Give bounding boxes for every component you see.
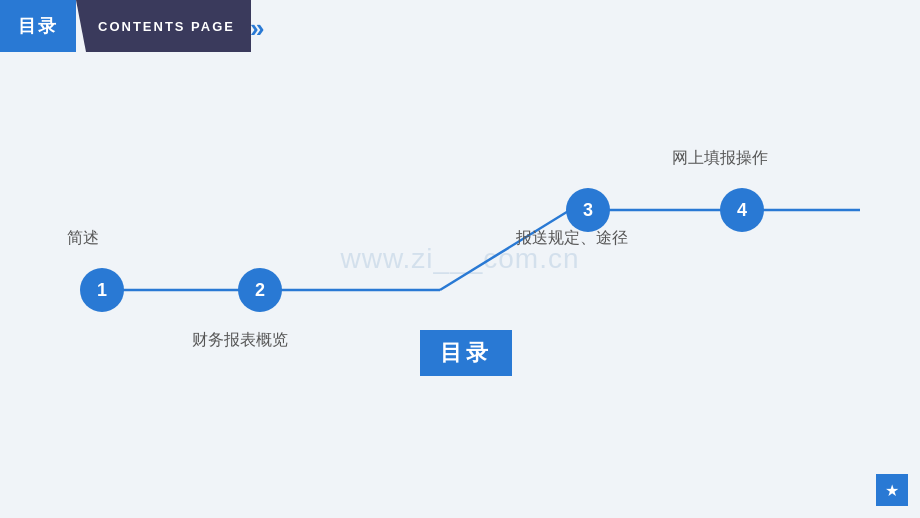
header-english: CONTENTS PAGE — [76, 0, 251, 52]
step-label-2: 财务报表概览 — [192, 330, 288, 351]
step-node-3: 3 — [566, 188, 610, 232]
mulu-badge: 目录 — [420, 330, 512, 376]
header: 目录 CONTENTS PAGE » — [0, 0, 320, 52]
svg-line-2 — [440, 210, 570, 290]
step-label-4: 网上填报操作 — [672, 148, 768, 169]
english-title: CONTENTS PAGE — [98, 19, 235, 34]
star-icon: ★ — [885, 481, 899, 500]
step-label-3: 报送规定、途径 — [516, 228, 628, 249]
step-node-2: 2 — [238, 268, 282, 312]
chevrons-icon: » — [250, 13, 264, 44]
step-node-1: 1 — [80, 268, 124, 312]
star-button[interactable]: ★ — [876, 474, 908, 506]
step-label-1: 简述 — [67, 228, 99, 249]
header-chinese: 目录 — [0, 0, 76, 52]
step-node-4: 4 — [720, 188, 764, 232]
timeline: 1 2 3 4 简述 财务报表概览 报送规定、途径 网上填报操作 目录 — [0, 120, 920, 380]
chinese-title: 目录 — [18, 14, 58, 38]
